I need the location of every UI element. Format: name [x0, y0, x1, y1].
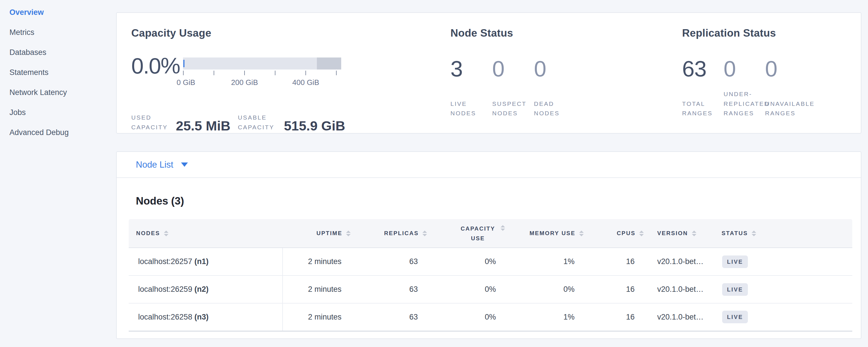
capacity-summary: USED CAPACITY 25.5 MiB USABLE CAPACITY 5…: [131, 113, 449, 132]
node-id: (n2): [194, 285, 209, 293]
node-status-title: Node Status: [451, 27, 676, 39]
node-id: (n1): [194, 257, 209, 266]
sort-icon[interactable]: [639, 230, 644, 236]
unavailable-ranges-label: UNAVAILABLE RANGES: [765, 99, 814, 118]
node-status-metrics: 3 LIVE NODES 0 SUSPECT NODES 0 DEAD NODE…: [451, 58, 676, 118]
sort-icon[interactable]: [752, 230, 756, 236]
sidebar-item-statements[interactable]: Statements: [9, 62, 116, 83]
version-cell: v20.1.0-bet…: [644, 303, 713, 331]
axis-label-400: 400 GiB: [292, 78, 319, 87]
suspect-nodes-label: SUSPECT NODES: [492, 99, 534, 118]
cpus-cell: 16: [584, 276, 644, 303]
chevron-down-icon: [181, 162, 188, 167]
column-header-version[interactable]: VERSION: [644, 219, 713, 248]
column-label: UPTIME: [316, 230, 342, 236]
capacity-used-percent: 0.0%: [131, 55, 180, 77]
column-label: VERSION: [657, 230, 688, 236]
column-label: MEMORY USE: [529, 230, 576, 236]
capacity-axis-labels: 0 GiB 200 GiB 400 GiB: [183, 78, 341, 87]
sort-icon[interactable]: [164, 230, 168, 236]
capacity-usage-section: Capacity Usage 0.0% 0 GiB 200: [131, 13, 449, 132]
sidebar-item-advanced-debug[interactable]: Advanced Debug: [9, 122, 116, 143]
total-ranges-label: TOTAL RANGES: [682, 99, 723, 118]
node-address-link[interactable]: localhost:26257: [138, 257, 192, 266]
column-label: NODES: [136, 230, 160, 236]
capacity-use-cell: 0%: [428, 248, 506, 276]
memory-use-cell: 1%: [506, 248, 584, 276]
used-capacity-label: USED CAPACITY: [131, 113, 174, 132]
usable-capacity-value: 515.9 GiB: [284, 119, 345, 132]
column-header-uptime[interactable]: UPTIME: [283, 219, 351, 248]
capacity-axis: [183, 71, 341, 77]
total-ranges-metric: 63 TOTAL RANGES: [682, 58, 723, 118]
status-badge: LIVE: [722, 283, 748, 296]
column-header-replicas[interactable]: REPLICAS: [351, 219, 428, 248]
capacity-bar-reserved-segment: [317, 58, 341, 69]
total-ranges-value: 63: [682, 58, 723, 80]
capacity-use-cell: 0%: [428, 303, 506, 331]
replication-status-section: Replication Status 63 TOTAL RANGES 0 UND…: [682, 13, 858, 118]
memory-use-cell: 1%: [506, 303, 584, 331]
status-badge: LIVE: [722, 255, 748, 268]
sort-icon[interactable]: [500, 225, 505, 231]
under-replicated-ranges-value: 0: [723, 58, 765, 80]
view-dropdown[interactable]: Node List: [117, 152, 861, 178]
node-id: (n3): [194, 313, 209, 321]
column-header-memory-use[interactable]: MEMORY USE: [506, 219, 584, 248]
dead-nodes-value: 0: [534, 58, 576, 80]
column-label: CAPACITY USE: [459, 224, 497, 243]
sort-icon[interactable]: [692, 230, 696, 236]
capacity-bar: [183, 58, 341, 69]
nodes-table: NODES UPTIME REPLICAS CAPACITY USE MEMOR…: [129, 219, 852, 332]
uptime-cell: 2 minutes: [283, 276, 351, 303]
column-header-capacity-use[interactable]: CAPACITY USE: [428, 219, 506, 248]
sidebar-item-metrics[interactable]: Metrics: [9, 22, 116, 42]
under-replicated-ranges-metric: 0 UNDER-REPLICATED RANGES: [723, 58, 765, 118]
unavailable-ranges-metric: 0 UNAVAILABLE RANGES: [765, 58, 807, 118]
suspect-nodes-metric: 0 SUSPECT NODES: [492, 58, 534, 118]
sidebar: Overview Metrics Databases Statements Ne…: [0, 0, 116, 143]
status-badge: LIVE: [722, 311, 748, 323]
node-list-panel: Node List Nodes (3) NODES UPTIME REPLICA…: [116, 151, 861, 339]
unavailable-ranges-value: 0: [765, 58, 807, 80]
uptime-cell: 2 minutes: [283, 248, 351, 276]
column-header-cpus[interactable]: CPUS: [584, 219, 644, 248]
replicas-cell: 63: [351, 276, 428, 303]
cpus-cell: 16: [584, 248, 644, 276]
column-label: CPUS: [617, 230, 636, 236]
live-nodes-value: 3: [451, 58, 492, 80]
capacity-bar-used-marker: [183, 60, 184, 67]
column-label: REPLICAS: [384, 230, 419, 236]
table-header-row: NODES UPTIME REPLICAS CAPACITY USE MEMOR…: [129, 219, 852, 248]
capacity-bar-chart: 0 GiB 200 GiB 400 GiB: [183, 58, 341, 87]
sort-icon[interactable]: [423, 230, 427, 236]
axis-label-0: 0 GiB: [177, 78, 195, 87]
replicas-cell: 63: [351, 248, 428, 276]
used-capacity-value: 25.5 MiB: [176, 119, 230, 132]
sort-icon[interactable]: [346, 230, 351, 236]
node-address-link[interactable]: localhost:26259: [138, 285, 192, 293]
memory-use-cell: 0%: [506, 276, 584, 303]
replication-status-metrics: 63 TOTAL RANGES 0 UNDER-REPLICATED RANGE…: [682, 58, 858, 118]
sort-icon[interactable]: [579, 230, 584, 236]
table-row: localhost:26258 (n3) 2 minutes 63 0% 1% …: [129, 303, 852, 331]
capacity-usage-title: Capacity Usage: [131, 27, 449, 39]
under-replicated-ranges-label: UNDER-REPLICATED RANGES: [723, 89, 769, 118]
axis-label-200: 200 GiB: [231, 78, 258, 87]
table-row: localhost:26259 (n2) 2 minutes 63 0% 0% …: [129, 276, 852, 303]
replication-status-title: Replication Status: [682, 27, 858, 39]
sidebar-item-network-latency[interactable]: Network Latency: [9, 83, 116, 102]
cpus-cell: 16: [584, 303, 644, 331]
sidebar-item-overview[interactable]: Overview: [9, 2, 116, 22]
node-address-link[interactable]: localhost:26258: [138, 313, 192, 321]
view-dropdown-label[interactable]: Node List: [136, 160, 173, 170]
sidebar-item-databases[interactable]: Databases: [9, 42, 116, 62]
sidebar-item-jobs[interactable]: Jobs: [9, 102, 116, 122]
live-nodes-label: LIVE NODES: [451, 99, 492, 118]
column-header-nodes[interactable]: NODES: [129, 219, 283, 248]
dead-nodes-metric: 0 DEAD NODES: [534, 58, 576, 118]
nodes-heading: Nodes (3): [136, 195, 861, 207]
dead-nodes-label: DEAD NODES: [534, 99, 576, 118]
column-header-status[interactable]: STATUS: [713, 219, 852, 248]
version-cell: v20.1.0-bet…: [644, 248, 713, 276]
